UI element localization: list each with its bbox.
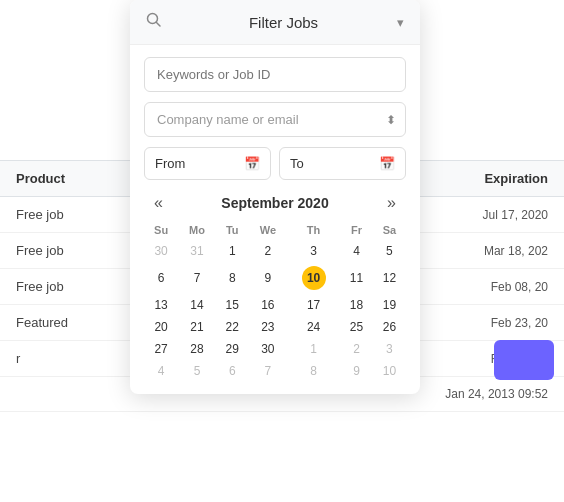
- calendar-day[interactable]: 5: [178, 360, 216, 382]
- calendar-day[interactable]: 21: [178, 316, 216, 338]
- calendar-day[interactable]: 23: [249, 316, 287, 338]
- col-expiration-header: Expiration: [418, 171, 548, 186]
- calendar-day[interactable]: 3: [287, 240, 340, 262]
- calendar-day[interactable]: 12: [373, 262, 406, 294]
- keyword-input[interactable]: [144, 57, 406, 92]
- calendar-day[interactable]: 2: [249, 240, 287, 262]
- table-cell-expiration: Jul 17, 2020: [418, 208, 548, 222]
- calendar-day[interactable]: 6: [144, 262, 178, 294]
- calendar-week-row: 6789101112: [144, 262, 406, 294]
- calendar-weekday: Sa: [373, 220, 406, 240]
- calendar-day[interactable]: 13: [144, 294, 178, 316]
- calendar-day[interactable]: 24: [287, 316, 340, 338]
- col-product-header: Product: [16, 171, 136, 186]
- calendar-body: 3031123456789101112131415161718192021222…: [144, 240, 406, 382]
- from-calendar-icon: 📅: [244, 156, 260, 171]
- calendar-weekday: Su: [144, 220, 178, 240]
- calendar-weekday: Th: [287, 220, 340, 240]
- calendar-day[interactable]: 1: [216, 240, 249, 262]
- calendar-day[interactable]: 15: [216, 294, 249, 316]
- calendar-day[interactable]: 29: [216, 338, 249, 360]
- calendar-day[interactable]: 27: [144, 338, 178, 360]
- table-cell-expiration: Feb 08, 20: [418, 280, 548, 294]
- calendar-day[interactable]: 30: [249, 338, 287, 360]
- table-cell-expiration: Mar 18, 202: [418, 244, 548, 258]
- calendar-weekday: We: [249, 220, 287, 240]
- to-calendar-icon: 📅: [379, 156, 395, 171]
- calendar-weekday: Fr: [340, 220, 373, 240]
- company-select[interactable]: Company name or email: [144, 102, 406, 137]
- table-cell-product: Free job: [16, 207, 136, 222]
- table-cell-product: Featured: [16, 315, 136, 330]
- calendar-day[interactable]: 17: [287, 294, 340, 316]
- calendar-day[interactable]: 10: [373, 360, 406, 382]
- search-icon: [146, 12, 162, 32]
- calendar-day[interactable]: 5: [373, 240, 406, 262]
- calendar-day[interactable]: 28: [178, 338, 216, 360]
- table-cell-expiration: Jan 24, 2013 09:52: [418, 387, 548, 401]
- calendar-day[interactable]: 18: [340, 294, 373, 316]
- calendar-day[interactable]: 11: [340, 262, 373, 294]
- calendar-grid: SuMoTuWeThFrSa 3031123456789101112131415…: [144, 220, 406, 382]
- calendar-next-button[interactable]: »: [381, 192, 402, 214]
- calendar-weekdays-row: SuMoTuWeThFrSa: [144, 220, 406, 240]
- calendar-day[interactable]: 22: [216, 316, 249, 338]
- calendar-day[interactable]: 8: [216, 262, 249, 294]
- calendar-week-row: 303112345: [144, 240, 406, 262]
- table-cell-product: Free job: [16, 279, 136, 294]
- table-cell-product: r: [16, 351, 136, 366]
- calendar-weekday: Tu: [216, 220, 249, 240]
- to-date-field[interactable]: To 📅: [279, 147, 406, 180]
- from-label: From: [155, 156, 185, 171]
- calendar-day[interactable]: 8: [287, 360, 340, 382]
- calendar-day[interactable]: 9: [340, 360, 373, 382]
- calendar-week-row: 13141516171819: [144, 294, 406, 316]
- calendar-day[interactable]: 7: [249, 360, 287, 382]
- calendar-day[interactable]: 26: [373, 316, 406, 338]
- calendar-day[interactable]: 4: [340, 240, 373, 262]
- filter-title: Filter Jobs: [170, 14, 397, 31]
- calendar-day[interactable]: 9: [249, 262, 287, 294]
- table-cell-product: Free job: [16, 243, 136, 258]
- calendar-day[interactable]: 7: [178, 262, 216, 294]
- calendar-month-year: September 2020: [221, 195, 328, 211]
- calendar-day[interactable]: 25: [340, 316, 373, 338]
- calendar-day[interactable]: 19: [373, 294, 406, 316]
- calendar-week-row: 27282930123: [144, 338, 406, 360]
- filter-overlay: Filter Jobs ▾ Company name or email ⬍ Fr…: [130, 0, 420, 394]
- calendar-day[interactable]: 3: [373, 338, 406, 360]
- calendar: « September 2020 » SuMoTuWeThFrSa 303112…: [144, 186, 406, 382]
- calendar-day[interactable]: 16: [249, 294, 287, 316]
- chevron-down-icon: ▾: [397, 15, 404, 30]
- date-row: From 📅 To 📅: [144, 147, 406, 180]
- calendar-day[interactable]: 1: [287, 338, 340, 360]
- calendar-day[interactable]: 31: [178, 240, 216, 262]
- from-date-field[interactable]: From 📅: [144, 147, 271, 180]
- calendar-week-row: 20212223242526: [144, 316, 406, 338]
- purple-button[interactable]: [494, 340, 554, 380]
- table-cell-expiration: Feb 23, 20: [418, 316, 548, 330]
- today-indicator: 10: [302, 266, 326, 290]
- calendar-day[interactable]: 6: [216, 360, 249, 382]
- filter-body: Company name or email ⬍ From 📅 To 📅 « Se…: [130, 45, 420, 394]
- calendar-day[interactable]: 20: [144, 316, 178, 338]
- calendar-weekday: Mo: [178, 220, 216, 240]
- calendar-day[interactable]: 4: [144, 360, 178, 382]
- company-select-wrap: Company name or email ⬍: [144, 102, 406, 137]
- calendar-prev-button[interactable]: «: [148, 192, 169, 214]
- calendar-day[interactable]: 14: [178, 294, 216, 316]
- filter-header: Filter Jobs ▾: [130, 0, 420, 45]
- to-label: To: [290, 156, 304, 171]
- calendar-day[interactable]: 2: [340, 338, 373, 360]
- calendar-header: « September 2020 »: [144, 186, 406, 220]
- calendar-day[interactable]: 10: [287, 262, 340, 294]
- calendar-day[interactable]: 30: [144, 240, 178, 262]
- calendar-week-row: 45678910: [144, 360, 406, 382]
- svg-line-3: [157, 23, 161, 27]
